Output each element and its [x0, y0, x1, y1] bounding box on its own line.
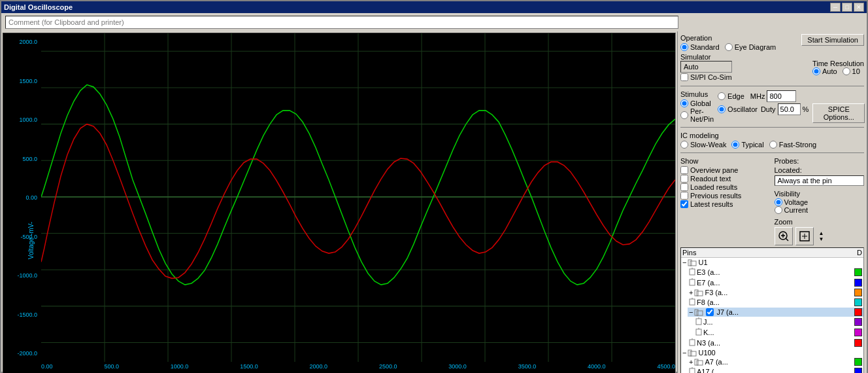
voltage-radio[interactable]: [775, 198, 782, 206]
global-radio[interactable]: [680, 99, 688, 107]
auto-time-radio[interactable]: [812, 67, 820, 75]
probes-section: Probes: Located: Always at the pin Visib…: [775, 157, 865, 245]
start-simulation-button[interactable]: Start Simulation: [801, 34, 864, 46]
slow-weak-option[interactable]: Slow-Weak: [680, 141, 726, 149]
auto-time-option[interactable]: Auto: [812, 67, 837, 75]
stimulus-section: Stimulus Global Per-Net/Pin: [680, 90, 864, 123]
color-box-j: [854, 318, 862, 326]
tree-label-a17: A17 (...: [697, 368, 720, 373]
zoom-in-button[interactable]: [775, 227, 793, 245]
maximize-button[interactable]: □: [842, 3, 852, 12]
zoom-fit-icon: [799, 230, 810, 242]
overview-pane-option[interactable]: Overview pane: [680, 166, 771, 174]
node-icon-a17: [689, 367, 695, 373]
oscillator-option[interactable]: Oscillator: [718, 105, 758, 113]
located-value: Always at the pin: [775, 175, 865, 186]
time-resolution-radios: Auto 10: [812, 67, 864, 75]
tree-node-u1[interactable]: − U1: [681, 258, 863, 267]
svg-rect-42: [690, 340, 695, 346]
previous-results-option[interactable]: Previous results: [680, 192, 771, 200]
duty-percent: %: [803, 105, 809, 113]
10-time-radio[interactable]: [843, 67, 850, 75]
tree-node-j[interactable]: J...: [694, 317, 863, 327]
standard-radio[interactable]: [680, 43, 688, 51]
latest-results-checkbox[interactable]: [680, 200, 688, 208]
window-title: Digital Oscilloscope: [4, 3, 73, 11]
scroll-up-button[interactable]: ▲: [819, 230, 824, 236]
slow-weak-radio[interactable]: [680, 141, 688, 149]
voltage-option[interactable]: Voltage: [775, 198, 865, 206]
group-icon-j7: [694, 308, 703, 316]
x-tick-0: 0.00: [41, 363, 53, 370]
standard-option[interactable]: Standard: [680, 43, 720, 51]
mhz-input[interactable]: [767, 90, 796, 102]
per-net-radio[interactable]: [680, 111, 688, 119]
comment-input[interactable]: [5, 16, 678, 29]
scroll-down-button[interactable]: ▼: [819, 236, 824, 242]
j7-checkbox[interactable]: [706, 308, 714, 316]
latest-results-option[interactable]: Latest results: [680, 200, 771, 208]
loaded-results-option[interactable]: Loaded results: [680, 183, 771, 191]
tree-node-a7[interactable]: + A7 (a...: [688, 357, 863, 366]
fast-strong-option[interactable]: Fast-Strong: [769, 141, 816, 149]
current-label: Current: [784, 206, 809, 214]
current-radio[interactable]: [775, 206, 782, 214]
tree-label-u100: U100: [698, 349, 715, 357]
10-time-label: 10: [852, 67, 860, 75]
expand-icon-a7: +: [689, 358, 693, 366]
window-content: Voltage -mV- 2000.0 1500.0 1000.0 500.0 …: [1, 13, 867, 373]
readout-text-option[interactable]: Readout text: [680, 175, 771, 183]
main-area: Voltage -mV- 2000.0 1500.0 1000.0 500.0 …: [1, 31, 867, 373]
typical-radio[interactable]: [731, 141, 739, 149]
color-box-f3: [854, 289, 862, 296]
tree-node-f3[interactable]: + F3 (a...: [688, 288, 863, 297]
ic-modeling-label: IC modeling: [680, 132, 864, 139]
edge-option[interactable]: Edge: [718, 92, 744, 100]
simulator-group: Simulator Auto SI/PI Co-Sim: [680, 53, 732, 82]
eye-diagram-option[interactable]: Eye Diagram: [725, 43, 776, 51]
tree-node-a17[interactable]: A17 (...: [688, 366, 863, 373]
expand-icon: −: [682, 258, 686, 266]
node-icon-n3: [689, 338, 695, 347]
previous-results-checkbox[interactable]: [680, 192, 688, 200]
oscillator-radio[interactable]: [718, 105, 726, 113]
duty-input[interactable]: [778, 103, 801, 115]
tree-node-n3[interactable]: N3 (a...: [688, 338, 863, 348]
tree-node-j7[interactable]: − J7 (a...: [688, 308, 863, 317]
10-time-option[interactable]: 10: [843, 67, 860, 75]
sipi-cosim-checkbox[interactable]: [680, 73, 688, 81]
fast-strong-radio[interactable]: [769, 141, 777, 149]
x-tick-4500: 4500.0: [657, 363, 675, 370]
pins-header: Pins D: [681, 248, 863, 258]
tree-node-e7[interactable]: E7 (a...: [688, 277, 863, 288]
duty-label: Duty: [761, 105, 776, 113]
loaded-results-checkbox[interactable]: [680, 183, 688, 191]
edge-row: Edge MHz: [718, 90, 809, 102]
current-option[interactable]: Current: [775, 206, 865, 214]
svg-rect-38: [696, 319, 701, 325]
close-button[interactable]: ✕: [854, 3, 864, 12]
eye-diagram-radio[interactable]: [725, 43, 733, 51]
tree-node-f8[interactable]: F8 (a...: [688, 297, 863, 308]
x-tick-4000: 4000.0: [588, 363, 606, 370]
zoom-fit-button[interactable]: [795, 227, 814, 245]
readout-text-checkbox[interactable]: [680, 175, 688, 183]
tree-label-a7: A7 (a...: [705, 358, 727, 366]
overview-pane-checkbox[interactable]: [680, 166, 688, 174]
edge-radio[interactable]: [718, 92, 726, 100]
visibility-label: Visibility: [775, 190, 865, 198]
tree-node-k[interactable]: K...: [694, 327, 863, 338]
global-option[interactable]: Global: [680, 99, 714, 107]
operation-label: Operation: [680, 34, 776, 42]
minimize-button[interactable]: ─: [830, 3, 841, 12]
color-box-a17: [854, 368, 862, 373]
sipi-cosim-option[interactable]: SI/PI Co-Sim: [680, 73, 732, 81]
tree-node-e3[interactable]: E3 (a...: [688, 267, 863, 277]
typical-option[interactable]: Typical: [731, 141, 763, 149]
x-tick-500: 500.0: [104, 363, 119, 370]
title-bar-controls: ─ □ ✕: [830, 3, 864, 12]
tree-node-u100[interactable]: − U100: [681, 348, 863, 357]
pins-tree[interactable]: Pins D − U1 E3 (a: [680, 247, 864, 373]
per-net-option[interactable]: Per-Net/Pin: [680, 107, 714, 123]
spice-options-button[interactable]: SPICE Options...: [812, 103, 865, 123]
